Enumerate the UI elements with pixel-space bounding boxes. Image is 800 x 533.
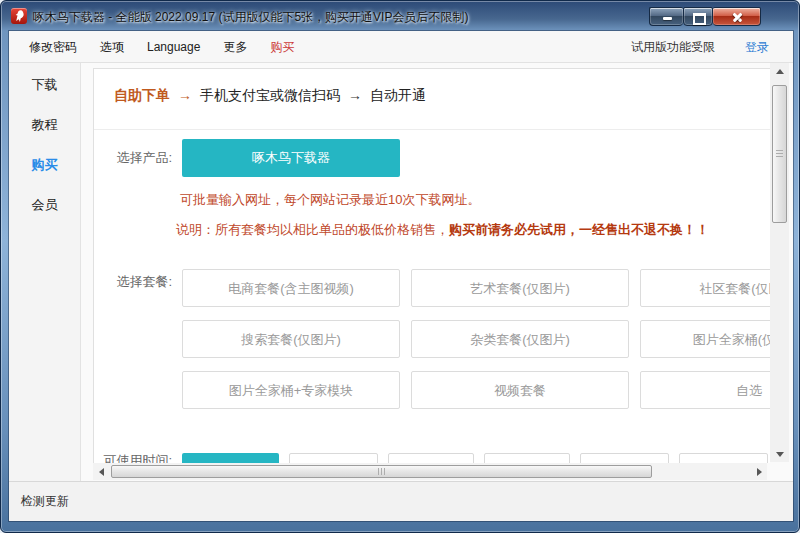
step-auto-activate: 自动开通: [370, 87, 426, 103]
maximize-button[interactable]: [683, 7, 713, 26]
scroll-down-button[interactable]: [770, 445, 789, 462]
maximize-icon: [693, 13, 706, 25]
sidebar-item-download[interactable]: 下载: [9, 65, 80, 105]
close-icon: [732, 12, 743, 23]
minimize-button[interactable]: [649, 7, 683, 26]
title-bar: 啄木鸟下载器 - 全能版 2022.09.17 (试用版仅能下5张，购买开通VI…: [1, 1, 799, 31]
scroll-up-icon: [776, 69, 784, 74]
duration-option[interactable]: [484, 453, 570, 463]
main-area: 自助下单→手机支付宝或微信扫码→自动开通 选择产品: 啄木鸟下载器 可批量输入网…: [81, 63, 793, 481]
package-button-custom[interactable]: 自选: [640, 371, 770, 409]
purchase-warning-note: 说明：所有套餐均以相比单品的极低价格销售，购买前请务必先试用，一经售出不退不换！…: [176, 221, 709, 239]
sidebar-item-member[interactable]: 会员: [9, 185, 80, 225]
header-separator: [94, 129, 770, 130]
duration-option[interactable]: [679, 453, 768, 463]
scroll-left-button[interactable]: [93, 463, 110, 480]
scrollbar-grip: [776, 150, 783, 158]
scroll-right-icon: [757, 468, 762, 476]
package-button-community[interactable]: 社区套餐(仅图片): [640, 269, 770, 307]
product-button-woodpecker-downloader[interactable]: 啄木鸟下载器: [182, 139, 400, 177]
window-title: 啄木鸟下载器 - 全能版 2022.09.17 (试用版仅能下5张，购买开通VI…: [33, 9, 468, 26]
step-scan-pay: 手机支付宝或微信扫码: [200, 87, 340, 103]
menu-bar: 修改密码 选项 Language 更多 购买 试用版功能受限 登录: [9, 31, 793, 63]
duration-option-selected[interactable]: [182, 453, 279, 463]
login-link[interactable]: 登录: [745, 39, 769, 56]
scroll-down-icon: [776, 452, 784, 457]
package-button-image-bundle-expert[interactable]: 图片全家桶+专家模块: [182, 371, 400, 409]
horizontal-scrollbar-thumb[interactable]: [111, 465, 652, 478]
scroll-left-icon: [99, 468, 104, 476]
duration-option[interactable]: [580, 453, 669, 463]
package-button-image-bundle[interactable]: 图片全家桶(仅图片): [640, 320, 770, 358]
warning-note-bold: 购买前请务必先试用，一经售出不退不换！！: [449, 222, 709, 237]
trial-limit-notice: 试用版功能受限: [631, 39, 715, 56]
minimize-icon: [663, 17, 672, 20]
scrollbar-grip: [378, 468, 386, 475]
arrow-right-icon: →: [178, 87, 192, 103]
duration-option[interactable]: [388, 453, 474, 463]
menu-item-more[interactable]: 更多: [223, 39, 247, 56]
sidebar: 下载 教程 购买 会员: [9, 63, 81, 481]
duration-select-label: 可使用时间:: [94, 452, 172, 463]
sidebar-item-tutorial[interactable]: 教程: [9, 105, 80, 145]
menu-item-language[interactable]: Language: [147, 40, 200, 54]
vertical-scrollbar[interactable]: [770, 63, 789, 462]
menu-bar-right: 试用版功能受限 登录: [631, 31, 769, 63]
close-button[interactable]: [713, 7, 761, 26]
menu-item-change-password[interactable]: 修改密码: [29, 39, 77, 56]
check-update-button[interactable]: 检测更新: [21, 482, 69, 521]
status-bar: 检测更新: [9, 481, 793, 521]
batch-input-note: 可批量输入网址，每个网站记录最近10次下载网址。: [180, 191, 480, 209]
step-self-order: 自助下单: [114, 87, 170, 103]
app-window: 啄木鸟下载器 - 全能版 2022.09.17 (试用版仅能下5张，购买开通VI…: [0, 0, 800, 533]
package-button-search[interactable]: 搜索套餐(仅图片): [182, 320, 400, 358]
package-button-art[interactable]: 艺术套餐(仅图片): [411, 269, 629, 307]
arrow-right-icon: →: [348, 87, 362, 103]
package-button-ecommerce[interactable]: 电商套餐(含主图视频): [182, 269, 400, 307]
horizontal-scrollbar[interactable]: [93, 463, 767, 480]
window-controls: [649, 7, 761, 26]
menu-items: 修改密码 选项 Language 更多 购买: [29, 31, 294, 63]
sidebar-item-buy[interactable]: 购买: [9, 145, 80, 185]
client-area: 修改密码 选项 Language 更多 购买 试用版功能受限 登录 下载 教程 …: [9, 31, 793, 521]
package-select-label: 选择套餐:: [94, 273, 172, 291]
menu-item-options[interactable]: 选项: [100, 39, 124, 56]
scroll-right-button[interactable]: [750, 463, 767, 480]
vertical-scrollbar-thumb[interactable]: [772, 85, 787, 223]
order-steps-header: 自助下单→手机支付宝或微信扫码→自动开通: [114, 87, 426, 105]
product-select-label: 选择产品:: [94, 149, 172, 167]
app-icon: [11, 8, 27, 24]
menu-item-buy[interactable]: 购买: [270, 39, 294, 56]
scroll-up-button[interactable]: [770, 63, 789, 80]
woodpecker-logo: [12, 9, 26, 23]
purchase-panel: 自助下单→手机支付宝或微信扫码→自动开通 选择产品: 啄木鸟下载器 可批量输入网…: [93, 68, 770, 463]
warning-note-normal: 说明：所有套餐均以相比单品的极低价格销售，: [176, 222, 449, 237]
package-button-video[interactable]: 视频套餐: [411, 371, 629, 409]
package-button-misc[interactable]: 杂类套餐(仅图片): [411, 320, 629, 358]
duration-option[interactable]: [289, 453, 378, 463]
